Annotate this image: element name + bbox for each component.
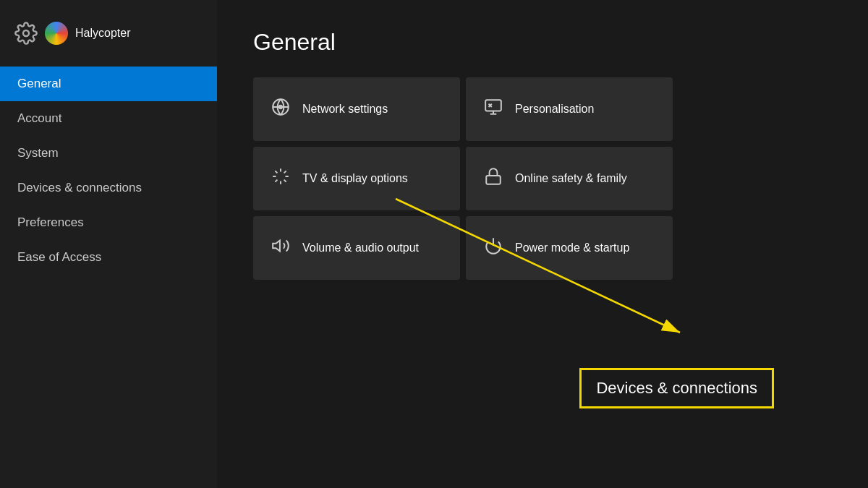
card-power-label: Power mode & startup [515,241,629,254]
tv-display-icon [271,167,291,190]
svg-line-9 [275,171,277,173]
volume-icon [271,236,291,260]
personalisation-icon [483,98,503,121]
svg-rect-2 [485,100,501,111]
card-network[interactable]: Network settings [253,77,460,141]
page-title: General [253,29,832,56]
svg-point-0 [23,30,29,36]
card-network-label: Network settings [302,103,388,116]
network-icon [271,98,291,121]
card-volume-label: Volume & audio output [302,241,419,254]
card-online-safety[interactable]: Online safety & family [466,147,673,210]
sidebar-username: Halycopter [75,27,130,40]
settings-grid: Network settings Personalisation [253,77,673,280]
card-volume[interactable]: Volume & audio output [253,216,460,280]
card-personalisation-label: Personalisation [515,103,594,116]
sidebar-nav: General Account System Devices & connect… [0,67,217,275]
sidebar-item-system[interactable]: System [0,136,217,171]
card-personalisation[interactable]: Personalisation [466,77,673,141]
card-tv-label: TV & display options [302,172,408,185]
svg-rect-15 [486,176,501,184]
lock-icon [483,167,503,190]
annotation-box: Devices & connections [579,368,774,408]
svg-line-13 [275,180,277,182]
power-icon [483,236,503,260]
sidebar-item-ease[interactable]: Ease of Access [0,240,217,275]
annotation-label: Devices & connections [596,379,757,397]
card-power[interactable]: Power mode & startup [466,216,673,280]
card-tv-display[interactable]: TV & display options [253,147,460,210]
sidebar-header: Halycopter [0,14,217,67]
card-online-safety-label: Online safety & family [515,172,627,185]
sidebar-item-general[interactable]: General [0,67,217,101]
svg-line-10 [284,180,286,182]
sidebar-item-preferences[interactable]: Preferences [0,205,217,240]
avatar [45,22,68,45]
svg-line-14 [284,171,286,173]
annotation-container: Devices & connections [579,368,774,408]
gear-icon [14,22,38,45]
sidebar-item-devices[interactable]: Devices & connections [0,171,217,205]
svg-marker-16 [273,240,280,251]
main-content: General Network settings [217,0,868,488]
sidebar-item-account[interactable]: Account [0,101,217,136]
sidebar: Halycopter General Account System Device… [0,0,217,488]
